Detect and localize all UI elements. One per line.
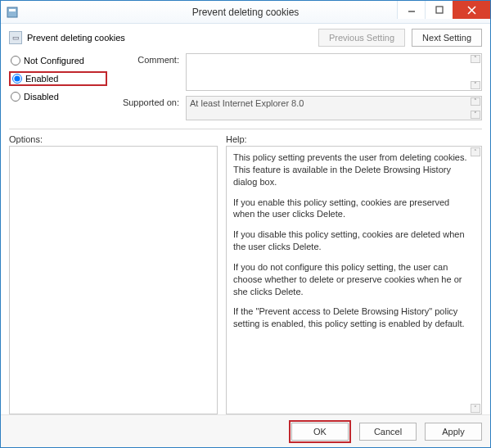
svg-rect-3 bbox=[436, 7, 443, 13]
setting-name: Prevent deleting cookies bbox=[27, 33, 125, 43]
apply-button[interactable]: Apply bbox=[425, 423, 482, 441]
supported-label: Supported on: bbox=[115, 96, 179, 107]
supported-value: At least Internet Explorer 8.0 bbox=[190, 98, 304, 108]
help-paragraph: If you disable this policy setting, cook… bbox=[233, 229, 470, 253]
radio-not-configured[interactable]: Not Configured bbox=[9, 55, 107, 66]
scroll-down-icon[interactable]: ˅ bbox=[471, 81, 480, 89]
ok-highlight: OK bbox=[289, 420, 351, 443]
options-box bbox=[9, 146, 218, 414]
dialog-body: ▭ Prevent deleting cookies Previous Sett… bbox=[1, 24, 490, 414]
help-paragraph: If you enable this policy setting, cooki… bbox=[233, 197, 470, 221]
comment-textarea[interactable]: ˄ ˅ bbox=[186, 53, 482, 91]
help-paragraph: If the "Prevent access to Delete Browsin… bbox=[233, 305, 470, 330]
dialog-window: Prevent deleting cookies ▭ Prevent delet… bbox=[0, 0, 491, 448]
supported-on-box: At least Internet Explorer 8.0 ˄ ˅ bbox=[186, 96, 482, 120]
comment-label: Comment: bbox=[115, 53, 179, 65]
ok-button[interactable]: OK bbox=[291, 423, 349, 441]
help-paragraph: This policy setting prevents the user fr… bbox=[233, 152, 470, 188]
policy-icon: ▭ bbox=[9, 31, 22, 44]
divider bbox=[9, 129, 482, 129]
radio-label: Disabled bbox=[24, 92, 59, 102]
close-button[interactable] bbox=[453, 1, 490, 19]
header-row: ▭ Prevent deleting cookies Previous Sett… bbox=[9, 29, 482, 47]
radio-disabled[interactable]: Disabled bbox=[9, 91, 107, 102]
window-controls bbox=[397, 1, 490, 19]
previous-setting-button[interactable]: Previous Setting bbox=[318, 29, 405, 47]
help-box: This policy setting prevents the user fr… bbox=[226, 146, 482, 414]
scroll-up-icon[interactable]: ˄ bbox=[471, 147, 480, 156]
radio-label: Not Configured bbox=[24, 56, 84, 66]
scroll-down-icon[interactable]: ˅ bbox=[471, 404, 480, 413]
help-label: Help: bbox=[226, 134, 482, 144]
cancel-button[interactable]: Cancel bbox=[359, 423, 417, 441]
radio-enabled-input[interactable] bbox=[12, 74, 22, 84]
radio-enabled[interactable]: Enabled bbox=[9, 71, 107, 86]
scroll-down-icon[interactable]: ˅ bbox=[471, 111, 480, 119]
maximize-button[interactable] bbox=[425, 1, 453, 19]
state-radio-group: Not Configured Enabled Disabled bbox=[9, 53, 107, 120]
radio-disabled-input[interactable] bbox=[11, 92, 20, 102]
scroll-up-icon[interactable]: ˄ bbox=[471, 97, 480, 106]
radio-label: Enabled bbox=[25, 74, 58, 84]
help-scrollbar[interactable]: ˄ ˅ bbox=[471, 147, 480, 413]
footer: OK Cancel Apply bbox=[1, 414, 490, 447]
radio-not-configured-input[interactable] bbox=[11, 56, 20, 66]
titlebar[interactable]: Prevent deleting cookies bbox=[1, 1, 490, 24]
scroll-up-icon[interactable]: ˄ bbox=[471, 55, 480, 63]
next-setting-button[interactable]: Next Setting bbox=[412, 29, 482, 47]
help-paragraph: If you do not configure this policy sett… bbox=[233, 261, 470, 298]
options-label: Options: bbox=[9, 134, 218, 144]
minimize-button[interactable] bbox=[397, 1, 425, 19]
